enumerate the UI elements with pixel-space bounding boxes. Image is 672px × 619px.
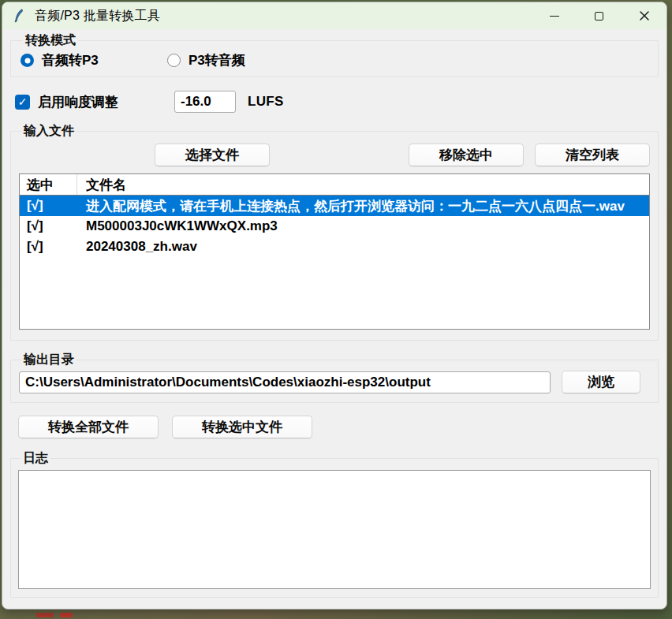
checkbox-checked-icon: ✓	[15, 95, 30, 110]
browse-button[interactable]: 浏览	[562, 371, 640, 393]
row-filename-cell: 20240308_zh.wav	[77, 239, 197, 255]
column-header-filename[interactable]: 文件名	[77, 174, 126, 195]
radio-audio-to-p3-label: 音频转P3	[42, 51, 99, 69]
table-row[interactable]: [√] 20240308_zh.wav	[20, 237, 649, 257]
radio-unselected-icon	[167, 54, 181, 67]
input-files-label: 输入文件	[21, 123, 77, 140]
window-title: 音频/P3 批量转换工具	[35, 8, 160, 24]
table-row[interactable]: [√] M500003J0cWK1WWxQX.mp3	[20, 216, 649, 237]
loudness-checkbox[interactable]: ✓ 启用响度调整	[15, 93, 174, 111]
output-dir-groupbox: 输出目录 浏览	[10, 352, 659, 403]
minimize-button[interactable]	[532, 2, 577, 29]
clear-list-button[interactable]: 清空列表	[535, 144, 650, 166]
file-table-header: 选中 文件名	[20, 174, 649, 196]
file-table: 选中 文件名 [√] 进入配网模式，请在手机上连接热点，然后打开浏览器访问：一九…	[19, 173, 650, 330]
select-files-button[interactable]: 选择文件	[155, 144, 270, 166]
close-icon	[639, 10, 650, 21]
radio-selected-icon	[21, 54, 34, 67]
output-dir-row: 浏览	[19, 371, 650, 393]
taskbar-fragment	[36, 613, 54, 617]
maximize-icon	[595, 12, 603, 21]
mode-group-label: 转换模式	[23, 32, 78, 49]
radio-p3-to-audio[interactable]: P3转音频	[167, 51, 245, 69]
lufs-unit-label: LUFS	[248, 94, 284, 110]
window-content: 转换模式 音频转P3 P3转音频 ✓ 启用响度调整	[2, 29, 666, 609]
column-header-checked[interactable]: 选中	[20, 174, 77, 195]
python-feather-icon	[13, 9, 26, 23]
radio-audio-to-p3[interactable]: 音频转P3	[21, 51, 167, 69]
mode-options-row: 音频转P3 P3转音频	[21, 51, 650, 69]
lufs-input[interactable]	[174, 91, 236, 113]
loudness-checkbox-label: 启用响度调整	[38, 93, 118, 111]
output-path-input[interactable]	[19, 371, 551, 393]
spacer	[270, 144, 409, 166]
row-filename-cell: 进入配网模式，请在手机上连接热点，然后打开浏览器访问：一九二点一六八点四点一.w…	[77, 197, 625, 215]
log-label: 日志	[21, 450, 50, 467]
convert-selected-button[interactable]: 转换选中文件	[172, 416, 312, 438]
app-window: 音频/P3 批量转换工具 转换模式 音频转P3	[2, 2, 667, 610]
row-check-cell[interactable]: [√]	[20, 198, 77, 214]
close-button[interactable]	[622, 2, 666, 29]
row-check-cell[interactable]: [√]	[20, 239, 77, 255]
row-filename-cell: M500003J0cWK1WWxQX.mp3	[77, 218, 278, 234]
desktop-background: 音频/P3 批量转换工具 转换模式 音频转P3	[0, 0, 672, 619]
table-row[interactable]: [√] 进入配网模式，请在手机上连接热点，然后打开浏览器访问：一九二点一六八点四…	[20, 196, 649, 216]
input-files-groupbox: 输入文件 选择文件 移除选中 清空列表 选中 文件名 [√] 进入配网模式，请在…	[10, 123, 659, 341]
actions-row: 转换全部文件 转换选中文件	[18, 416, 666, 438]
maximize-button[interactable]	[577, 2, 622, 29]
row-check-cell[interactable]: [√]	[20, 218, 77, 234]
output-dir-label: 输出目录	[21, 352, 77, 368]
window-controls	[532, 2, 666, 29]
convert-all-button[interactable]: 转换全部文件	[18, 416, 159, 438]
title-bar[interactable]: 音频/P3 批量转换工具	[2, 2, 666, 29]
taskbar-fragment	[60, 613, 73, 617]
file-buttons-row: 选择文件 移除选中 清空列表	[19, 144, 650, 166]
log-textarea[interactable]	[18, 470, 651, 589]
radio-p3-to-audio-label: P3转音频	[189, 51, 245, 69]
loudness-row: ✓ 启用响度调整 LUFS	[15, 90, 666, 114]
log-groupbox: 日志	[10, 450, 659, 598]
mode-groupbox: 转换模式 音频转P3 P3转音频	[10, 32, 659, 77]
remove-selected-button[interactable]: 移除选中	[409, 144, 524, 166]
minimize-icon	[550, 16, 559, 17]
